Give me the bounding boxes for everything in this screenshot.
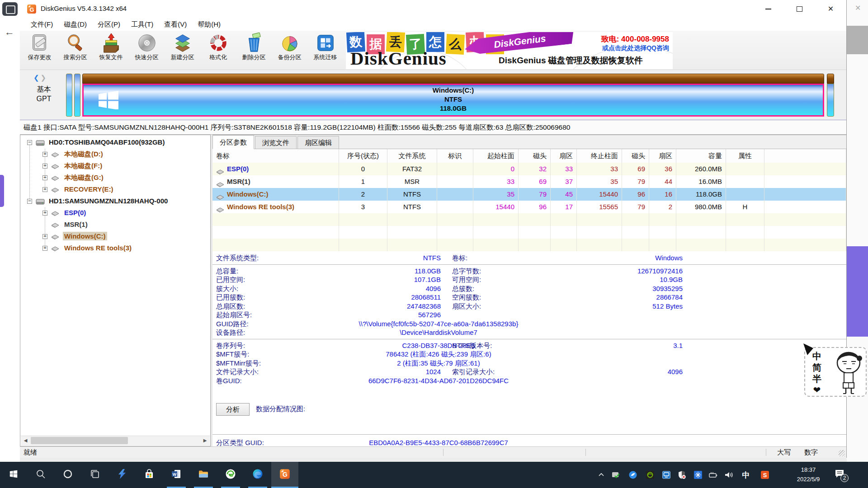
search-button[interactable]	[27, 462, 54, 488]
browser-360-button[interactable]	[217, 462, 244, 488]
word-button[interactable]: W	[163, 462, 190, 488]
table-row-windows-c-[interactable]: Windows(C:)2NTFS357945154409616118.0GB	[212, 188, 846, 201]
hidden-icons-chevron[interactable]	[596, 469, 607, 480]
search-partition-icon	[65, 33, 86, 53]
expander-expand-icon[interactable]: +	[42, 234, 47, 239]
ad-banner[interactable]: 数据丢了怎么办！ DiskGenius DiskGenius 致电: 400-0…	[346, 32, 673, 69]
expander-expand-icon[interactable]: +	[42, 246, 47, 251]
tree-item-msr-1-[interactable]: MSR(1)	[20, 219, 210, 231]
table-row-msr-1-[interactable]: MSR(1)1MSR33693735794416.0MB	[212, 175, 846, 188]
content-area: −HD0:TOSHIBAMQ04ABF100(932GB)+本地磁盘(D:)+本…	[20, 135, 846, 446]
tree-item-windows-c-[interactable]: +Windows(C:)	[20, 231, 210, 243]
sogou-icon[interactable]: S	[760, 469, 770, 480]
partition-segment-re-tools[interactable]	[827, 74, 834, 117]
banner-headline-char: 么	[446, 34, 465, 55]
scrollbar-thumb[interactable]	[31, 437, 128, 444]
ime-zh-icon[interactable]: 中	[741, 469, 751, 480]
tab-partition-params[interactable]: 分区参数	[212, 135, 254, 149]
volume-icon[interactable]	[723, 469, 734, 480]
tree-item-esp-0-[interactable]: +ESP(0)	[20, 207, 210, 219]
close-icon[interactable]: ✕	[815, 0, 846, 18]
toolbar-button-4[interactable]: 新建分区	[165, 32, 200, 69]
ime-status-panel[interactable]: 中简半❤	[804, 347, 867, 397]
nvidia-icon[interactable]	[645, 469, 656, 480]
scroll-right-icon[interactable]: ▶	[200, 436, 210, 445]
file-explorer-button[interactable]	[190, 462, 217, 488]
banner-qq-link[interactable]: 或点击此处选择QQ咨询	[602, 44, 669, 52]
menu-item-0[interactable]: 文件(F)	[25, 20, 58, 29]
table-row-esp-0-[interactable]: ESP(0)0FAT3203233336936260.0MB	[212, 163, 846, 175]
partition-segment-esp[interactable]	[66, 74, 72, 117]
thunder-tray-icon[interactable]	[627, 469, 638, 480]
toolbar-button-8[interactable]: 系统迁移	[307, 32, 343, 69]
tab-sector-edit[interactable]: 扇区编辑	[297, 136, 339, 149]
expander-collapse-icon[interactable]: −	[27, 140, 32, 145]
table-cell	[387, 239, 437, 251]
toolbar-button-5[interactable]: 格式化	[200, 32, 236, 69]
disk-nav-arrows[interactable]: ❮❯	[33, 74, 47, 82]
next-disk-icon[interactable]: ❯	[41, 74, 48, 81]
maximize-icon[interactable]	[784, 0, 815, 18]
prev-disk-icon[interactable]: ❮	[33, 74, 41, 81]
partition-segment-msr[interactable]	[74, 74, 80, 117]
tree-item-windows-re-tools-3-[interactable]: +Windows RE tools(3)	[20, 243, 210, 254]
table-row-windows-re-tools-3-[interactable]: Windows RE tools(3)3NTFS1544096171556579…	[212, 201, 846, 213]
notification-center-icon[interactable]: 2	[834, 469, 848, 481]
menu-item-3[interactable]: 工具(T)	[126, 20, 159, 29]
tab-browse-files[interactable]: 浏览文件	[255, 136, 297, 149]
detail-value: 126710972416	[529, 267, 683, 276]
tree-item-recovery-e-[interactable]: +RECOVERY(E:)	[20, 184, 210, 196]
menu-item-1[interactable]: 磁盘(D)	[58, 20, 92, 29]
tree-item-hd1-samsungmznln128hahq-000[interactable]: −HD1:SAMSUNGMZNLN128HAHQ-000	[20, 196, 210, 207]
expander-expand-icon[interactable]: +	[42, 211, 47, 216]
expander-expand-icon[interactable]: +	[42, 164, 47, 169]
analyze-button[interactable]: 分析	[216, 403, 250, 416]
tree-horizontal-scrollbar[interactable]: ◀ ▶	[21, 436, 210, 446]
table-cell: 79	[622, 201, 649, 213]
detail-row: 簇大小:4096总簇数:30935295	[212, 284, 846, 293]
toolbar-button-6[interactable]: 删除分区	[236, 32, 272, 69]
expander-expand-icon[interactable]: +	[42, 152, 47, 157]
edge-button[interactable]	[244, 462, 271, 488]
tree-item--g-[interactable]: +本地磁盘(G:)	[20, 172, 210, 184]
delete-partition-icon	[244, 33, 264, 53]
menu-item-4[interactable]: 查看(V)	[159, 20, 192, 29]
svg-text:S: S	[763, 472, 767, 479]
partition-segment-windows-c[interactable]: Windows(C:) NTFS 118.0GB	[82, 74, 824, 117]
start-button[interactable]	[0, 462, 27, 488]
expander-expand-icon[interactable]: +	[42, 187, 47, 192]
intel-graphics-icon[interactable]	[661, 469, 672, 480]
store-button[interactable]	[136, 462, 163, 488]
partition-icon	[51, 175, 59, 183]
scroll-left-icon[interactable]: ◀	[21, 436, 30, 445]
snowflake-icon[interactable]	[693, 469, 703, 480]
background-gray-block	[847, 26, 868, 54]
toolbar-button-1[interactable]: 搜索分区	[57, 32, 93, 69]
partition-segment-body[interactable]: Windows(C:) NTFS 118.0GB	[82, 84, 824, 117]
menu-item-2[interactable]: 分区(P)	[92, 20, 126, 29]
toolbar-button-2[interactable]: 恢复文件	[93, 32, 129, 69]
task-view-button[interactable]	[81, 462, 108, 488]
toolbar-button-label: 备份分区	[272, 53, 307, 61]
toolbar-button-0[interactable]: 保存更改	[22, 32, 57, 69]
toolbar-button-7[interactable]: 备份分区	[272, 32, 307, 69]
resize-grip[interactable]	[839, 450, 845, 456]
thunder-button[interactable]	[108, 462, 136, 488]
column-header-4: 起始柱面	[473, 149, 519, 163]
expander-collapse-icon[interactable]: −	[27, 199, 32, 204]
detail-row: 已用空间:107.1GB可用空间:10.9GB	[212, 275, 846, 284]
toolbar-button-3[interactable]: 快速分区	[129, 32, 165, 69]
minimize-icon[interactable]	[753, 0, 784, 18]
tree-item--f-[interactable]: +本地磁盘(F:)	[20, 160, 210, 172]
security-shield-icon[interactable]	[676, 469, 687, 480]
tree-item-hd0-toshibamq04abf100-932gb-[interactable]: −HD0:TOSHIBAMQ04ABF100(932GB)	[20, 137, 210, 149]
menu-item-5[interactable]: 帮助(H)	[192, 20, 226, 29]
diskgenius-button[interactable]: G	[271, 462, 298, 488]
power-icon[interactable]	[708, 469, 719, 480]
expander-expand-icon[interactable]: +	[42, 175, 47, 180]
table-cell: 36	[649, 163, 676, 175]
tree-item--d-[interactable]: +本地磁盘(D:)	[20, 149, 210, 160]
sync-check-icon[interactable]	[610, 469, 621, 480]
cortana-button[interactable]	[54, 462, 81, 488]
taskbar-clock[interactable]: 18:37 2022/5/9	[788, 465, 829, 484]
